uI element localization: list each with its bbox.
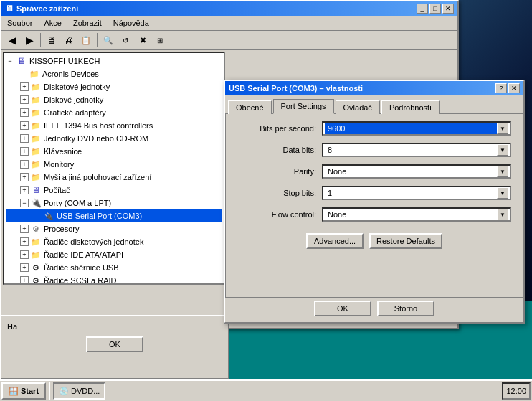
scan-button[interactable]: 🔍	[100, 32, 116, 48]
list-item[interactable]: + ⚙ Řadiče SCSI a RAID	[6, 274, 222, 285]
list-item[interactable]: − 🔌 Porty (COM a LPT)	[6, 197, 222, 209]
tab-general[interactable]: Obecné	[228, 100, 272, 114]
expand-icon[interactable]: +	[20, 82, 29, 91]
start-button[interactable]: 🪟 Start	[1, 382, 46, 400]
list-item[interactable]: + 📁 Klávesnice	[6, 145, 222, 158]
list-item[interactable]: + 📁 IEEE 1394 Bus host controllers	[6, 119, 222, 132]
list-item[interactable]: + 📁 Monitory	[6, 158, 222, 171]
expand-icon[interactable]: +	[20, 108, 29, 117]
bits-dropdown-arrow[interactable]: ▼	[497, 123, 508, 134]
bits-dropdown[interactable]: 9600 ▼	[322, 121, 511, 136]
bottom-dialog-buttons: OK	[7, 336, 222, 352]
form-row-bits: Bits per second: 9600 ▼	[237, 121, 511, 136]
expand-icon[interactable]: +	[20, 237, 29, 246]
list-item[interactable]: + 📁 Jednotky DVD nebo CD-ROM	[6, 132, 222, 145]
tab-driver[interactable]: Ovladač	[336, 100, 380, 114]
tab-details[interactable]: Podrobnosti	[381, 100, 440, 114]
dialog-close-button[interactable]: ✕	[508, 83, 520, 93]
flow-dropdown-arrow[interactable]: ▼	[497, 209, 508, 220]
expand-icon[interactable]: +	[20, 134, 29, 143]
close-button[interactable]: ✕	[442, 4, 454, 14]
properties-button[interactable]: 📋	[78, 32, 94, 48]
form-row-parity: Parity: None ▼	[237, 164, 511, 179]
extra-button[interactable]: ⊞	[152, 32, 168, 48]
tab-port-settings[interactable]: Port Settings	[273, 99, 334, 114]
forward-button[interactable]: ▶	[22, 32, 37, 48]
menu-file[interactable]: Soubor	[1, 17, 38, 29]
list-item[interactable]: + 🖥 Počítač	[6, 184, 222, 197]
back-button[interactable]: ◀	[4, 32, 20, 48]
expand-icon[interactable]: −	[20, 199, 29, 207]
tree-item-label: Procesory	[44, 225, 80, 233]
tree-item-label: Řadiče disketových jednotek	[44, 237, 143, 246]
root-expand[interactable]: −	[6, 57, 14, 65]
toolbar: ◀ ▶ 🖥 🖨 📋 🔍 ↺ ✖ ⊞	[1, 31, 457, 50]
form-row-databits: Data bits: 8 ▼	[237, 143, 511, 157]
list-item[interactable]: 📁 Acronis Devices	[6, 67, 222, 80]
expand-icon[interactable]: +	[20, 225, 29, 233]
list-item[interactable]: 🔌 USB Serial Port (COM3)	[6, 209, 222, 222]
root-computer-icon: 🖥	[16, 55, 27, 67]
flow-dropdown[interactable]: None ▼	[322, 207, 511, 222]
remove-button[interactable]: ✖	[135, 32, 151, 48]
menu-action[interactable]: Akce	[38, 17, 67, 29]
tree-root[interactable]: − 🖥 KISSOFFI-U1KECH	[6, 55, 222, 67]
computer-icon: 🖥	[30, 184, 42, 196]
taskbar-item-dvd[interactable]: 💿 DVDD...	[53, 382, 105, 400]
parity-dropdown-arrow[interactable]: ▼	[497, 166, 508, 177]
expand-icon[interactable]: +	[20, 147, 29, 156]
list-item[interactable]: + ⚙ Řadiče sběrnice USB	[6, 261, 222, 274]
expand-icon[interactable]: +	[20, 95, 29, 104]
folder-icon: 📁	[30, 81, 42, 93]
expand-icon[interactable]: +	[20, 173, 29, 181]
parity-dropdown[interactable]: None ▼	[322, 164, 511, 179]
expand-icon[interactable]: +	[20, 121, 29, 130]
maximize-button[interactable]: □	[429, 4, 441, 14]
tree-item-label: Myši a jiná polohovací zařízení	[44, 173, 151, 181]
refresh-button[interactable]: ↺	[118, 32, 133, 48]
stopbits-dropdown-arrow[interactable]: ▼	[497, 187, 508, 199]
form-row-flow: Flow control: None ▼	[237, 207, 511, 222]
expand-icon[interactable]: +	[20, 250, 29, 259]
stopbits-dropdown[interactable]: 1 ▼	[322, 186, 511, 200]
dialog-cancel-button[interactable]: Storno	[377, 301, 434, 316]
expand-icon[interactable]: +	[20, 263, 29, 272]
tree-item-label: Grafické adaptéry	[44, 108, 106, 117]
restore-defaults-button[interactable]: Restore Defaults	[369, 233, 442, 249]
databits-value: 8	[325, 144, 497, 156]
folder-icon: 📁	[30, 146, 42, 157]
list-item[interactable]: + ⚙ Procesory	[6, 222, 222, 235]
dialog-help-button[interactable]: ?	[495, 83, 507, 93]
list-item[interactable]: + 📁 Disketové jednotky	[6, 80, 222, 93]
list-item[interactable]: + 📁 Řadiče disketových jednotek	[6, 235, 222, 248]
tree-item-label: Klávesnice	[44, 147, 82, 156]
list-item[interactable]: + 📁 Diskové jednotky	[6, 93, 222, 106]
databits-dropdown[interactable]: 8 ▼	[322, 143, 511, 157]
toolbar-sep-1	[40, 33, 41, 47]
tree-item-label: Řadiče IDE ATA/ATAPI	[44, 250, 123, 259]
expand-icon[interactable]: +	[20, 276, 29, 285]
databits-label: Data bits:	[237, 146, 316, 154]
tab-bar: Obecné Port Settings Ovladač Podrobnosti	[225, 95, 523, 113]
tree-item-label: USB Serial Port (COM3)	[57, 212, 142, 220]
databits-dropdown-arrow[interactable]: ▼	[497, 144, 508, 156]
list-item[interactable]: + 📁 Grafické adaptéry	[6, 106, 222, 119]
list-item[interactable]: + 📁 Řadiče IDE ATA/ATAPI	[6, 248, 222, 261]
folder-icon: 📁	[30, 107, 42, 118]
dialog-ok-button[interactable]: OK	[314, 301, 371, 316]
folder-icon: 📁	[30, 133, 42, 144]
minimize-button[interactable]: _	[417, 4, 428, 14]
system-tray: 12:00	[502, 382, 531, 400]
dvd-label: DVDD...	[71, 387, 100, 395]
device-tree[interactable]: − 🖥 KISSOFFI-U1KECH 📁 Acronis Devices + …	[3, 52, 225, 285]
bottom-ok-button[interactable]: OK	[86, 336, 143, 352]
advanced-button[interactable]: Advanced...	[306, 233, 364, 249]
expand-icon[interactable]: +	[20, 160, 29, 169]
bottom-dialog-content: Ha OK	[1, 316, 228, 358]
expand-icon[interactable]: +	[20, 186, 29, 194]
list-item[interactable]: + 📁 Myši a jiná polohovací zařízení	[6, 171, 222, 184]
menu-view[interactable]: Zobrazit	[67, 17, 108, 29]
menu-help[interactable]: Nápověda	[108, 17, 155, 29]
print-button[interactable]: 🖨	[61, 32, 77, 48]
computer-view-button[interactable]: 🖥	[44, 32, 60, 48]
